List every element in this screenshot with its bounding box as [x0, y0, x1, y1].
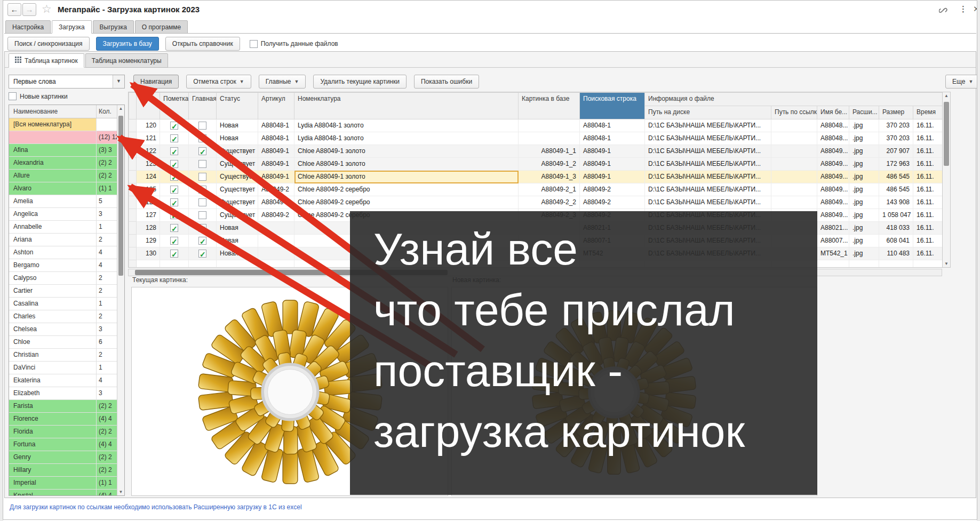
cell-link-path[interactable]: [771, 196, 817, 209]
cell-article[interactable]: [258, 247, 294, 260]
cell-size[interactable]: 207 907: [879, 145, 913, 158]
list-item[interactable]: Elizabeth3: [9, 387, 124, 400]
row-marker[interactable]: [129, 247, 137, 260]
cell-extension[interactable]: .jpg: [849, 171, 879, 183]
cell-rownum[interactable]: 129: [137, 235, 160, 247]
cell-link-path[interactable]: [771, 119, 817, 132]
cell-status[interactable]: Существует: [217, 183, 258, 196]
list-item[interactable]: Chloe6: [9, 336, 124, 349]
cell-size[interactable]: 486 545: [879, 171, 913, 183]
cell-mark-checkbox[interactable]: [160, 132, 189, 145]
cell-size[interactable]: 143 908: [879, 196, 913, 209]
scroll-down-icon[interactable]: ▼: [943, 261, 950, 266]
list-item[interactable]: Alvaro(1) 1: [9, 182, 124, 195]
forward-button[interactable]: →: [22, 3, 36, 16]
cell-disk-path[interactable]: D:\1С БАЗЫ\НАША МЕБЕЛЬ\КАРТИ...: [645, 196, 771, 209]
cell-link-path[interactable]: [771, 158, 817, 171]
checkbox-box[interactable]: [250, 40, 258, 48]
chevron-down-icon[interactable]: ▼: [113, 75, 124, 88]
cell-mark-checkbox[interactable]: [160, 247, 189, 260]
cell-extension[interactable]: .jpg: [849, 222, 879, 235]
cell-extension[interactable]: .jpg: [849, 235, 879, 247]
list-item[interactable]: Fortuna(4) 4: [9, 438, 124, 451]
cell-time[interactable]: 16.11.: [913, 145, 943, 158]
cell-main-checkbox[interactable]: [189, 222, 217, 235]
cell-base-name[interactable]: A88007...: [817, 235, 849, 247]
cell-base-name[interactable]: A88049...: [817, 183, 849, 196]
cell[interactable]: [137, 260, 160, 268]
cell-article[interactable]: [258, 235, 294, 247]
column-header-time[interactable]: Время: [913, 106, 943, 119]
list-item[interactable]: Bergamo4: [9, 259, 124, 272]
cell-rownum[interactable]: 126: [137, 196, 160, 209]
tab-settings[interactable]: Настройка: [5, 20, 51, 34]
cell-search-string[interactable]: A88049-1: [580, 171, 645, 183]
list-item[interactable]: Afina(3) 3: [9, 144, 124, 157]
checkbox-checked-icon[interactable]: [198, 237, 206, 245]
cell[interactable]: [189, 260, 217, 268]
cell-extension[interactable]: .jpg: [849, 196, 879, 209]
cell-time[interactable]: 16.11.: [913, 158, 943, 171]
tab-nomenclature-table[interactable]: Таблица номенклатуры: [85, 53, 168, 68]
cell-db-picture[interactable]: [519, 119, 580, 132]
cell-size[interactable]: 1 058 047: [879, 209, 913, 222]
column-header-main[interactable]: Главная: [189, 93, 217, 119]
cell-mark-checkbox[interactable]: [160, 145, 189, 158]
scroll-down-icon[interactable]: ▼: [117, 490, 124, 494]
cell[interactable]: [849, 260, 879, 268]
cell-article[interactable]: A88048-1: [258, 119, 294, 132]
checkbox-unchecked-icon[interactable]: [198, 198, 206, 206]
cell-base-name[interactable]: A88048...: [817, 119, 849, 132]
tab-export[interactable]: Выгрузка: [93, 20, 134, 34]
open-reference-button[interactable]: Открыть справочник: [165, 37, 240, 51]
column-header-base-name[interactable]: Имя бе...: [817, 106, 849, 119]
column-header-extension[interactable]: Расши...: [849, 106, 879, 119]
cell-db-picture[interactable]: A88049-1_1: [519, 145, 580, 158]
cell[interactable]: [217, 260, 258, 268]
cell-db-picture[interactable]: A88049-1_2: [519, 158, 580, 171]
cell-mark-checkbox[interactable]: [160, 158, 189, 171]
cell-size[interactable]: 608 041: [879, 235, 913, 247]
scrollbar-thumb[interactable]: [118, 116, 123, 276]
grid-vertical-scrollbar[interactable]: ▲ ▼: [942, 92, 951, 268]
link-icon[interactable]: [939, 5, 948, 16]
cell-mark-checkbox[interactable]: [160, 235, 189, 247]
list-item[interactable]: Casalina1: [9, 298, 124, 310]
cell[interactable]: [817, 260, 849, 268]
cell-time[interactable]: 16.11.: [913, 196, 943, 209]
list-item[interactable]: Farista(2) 2: [9, 400, 124, 413]
list-item[interactable]: Florence(4) 4: [9, 413, 124, 426]
column-header-size[interactable]: Размер: [879, 106, 913, 119]
list-item[interactable]: [Вся номенклатура]: [9, 118, 124, 131]
cell-rownum[interactable]: 130: [137, 247, 160, 260]
list-item[interactable]: Alexandria(2) 2: [9, 157, 124, 170]
cell-extension[interactable]: .jpg: [849, 132, 879, 145]
column-header-db-picture[interactable]: Картинка в базе: [519, 93, 580, 119]
cell-rownum[interactable]: 122: [137, 145, 160, 158]
cell-mark-checkbox[interactable]: [160, 222, 189, 235]
checkbox-checked-icon[interactable]: [170, 186, 178, 194]
cell-search-string[interactable]: A88049-2: [580, 183, 645, 196]
list-item[interactable]: Hillary(2) 2: [9, 464, 124, 477]
cell[interactable]: [879, 260, 913, 268]
list-item[interactable]: Chelsea3: [9, 323, 124, 336]
cell-status[interactable]: Новая: [217, 247, 258, 260]
list-item[interactable]: Imperial(1) 1: [9, 477, 124, 490]
table-row[interactable]: 121НоваяA88048-1Lydia A88048-1 золотоA88…: [129, 132, 943, 145]
cell-main-checkbox[interactable]: [189, 235, 217, 247]
cell-disk-path[interactable]: D:\1С БАЗЫ\НАША МЕБЕЛЬ\КАРТИ...: [645, 171, 771, 183]
cell-db-picture[interactable]: A88049-2_1: [519, 183, 580, 196]
cell-time[interactable]: 16.11.: [913, 171, 943, 183]
cell-main-checkbox[interactable]: [189, 247, 217, 260]
cell-mark-checkbox[interactable]: [160, 183, 189, 196]
status-hint-link[interactable]: Для загрузки картинок по ссылкам необход…: [10, 503, 302, 511]
list-item[interactable]: DaVinci1: [9, 362, 124, 374]
checkbox-checked-icon[interactable]: [198, 147, 206, 155]
cell-nomenclature[interactable]: Lydia A88048-1 золото: [294, 132, 519, 145]
search-sync-button[interactable]: Поиск / синхронизация: [7, 37, 90, 51]
cell-article[interactable]: A88049-1: [258, 145, 294, 158]
cell-search-string[interactable]: A88048-1: [580, 132, 645, 145]
list-scrollbar[interactable]: ▲ ▼: [117, 105, 124, 495]
checkbox-checked-icon[interactable]: [170, 250, 178, 258]
cell-base-name[interactable]: A88049...: [817, 209, 849, 222]
